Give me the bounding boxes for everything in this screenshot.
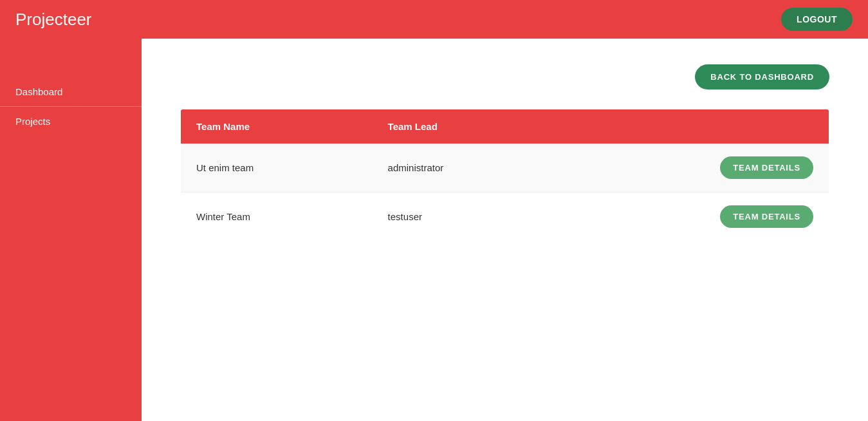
cell-action: TEAM DETAILS [560, 192, 829, 241]
main-layout: Dashboard Projects BACK TO DASHBOARD Tea… [0, 39, 868, 421]
table-row: Winter TeamtestuserTEAM DETAILS [181, 192, 829, 241]
table-header: Team Name Team Lead [181, 109, 829, 144]
team-details-button-1[interactable]: TEAM DETAILS [720, 205, 813, 228]
column-team-name: Team Name [181, 109, 373, 144]
back-to-dashboard-button[interactable]: BACK TO DASHBOARD [695, 64, 829, 89]
teams-table: Team Name Team Lead Ut enim teamadminist… [180, 109, 829, 241]
cell-team-name: Ut enim team [181, 144, 373, 192]
cell-action: TEAM DETAILS [560, 144, 829, 192]
sidebar: Dashboard Projects [0, 39, 142, 421]
table-header-row: Team Name Team Lead [181, 109, 829, 144]
app-title: Projecteer [15, 10, 92, 30]
table-body: Ut enim teamadministratorTEAM DETAILSWin… [181, 144, 829, 241]
content-area: BACK TO DASHBOARD Team Name Team Lead Ut… [142, 39, 868, 421]
logout-button[interactable]: LOGOUT [781, 8, 853, 31]
column-team-lead: Team Lead [373, 109, 560, 144]
sidebar-item-dashboard[interactable]: Dashboard [0, 77, 142, 107]
sidebar-item-projects[interactable]: Projects [0, 107, 142, 136]
header: Projecteer LOGOUT [0, 0, 868, 39]
table-row: Ut enim teamadministratorTEAM DETAILS [181, 144, 829, 192]
cell-team-lead: administrator [373, 144, 560, 192]
cell-team-name: Winter Team [181, 192, 373, 241]
column-actions [560, 109, 829, 144]
cell-team-lead: testuser [373, 192, 560, 241]
team-details-button-0[interactable]: TEAM DETAILS [720, 156, 813, 179]
